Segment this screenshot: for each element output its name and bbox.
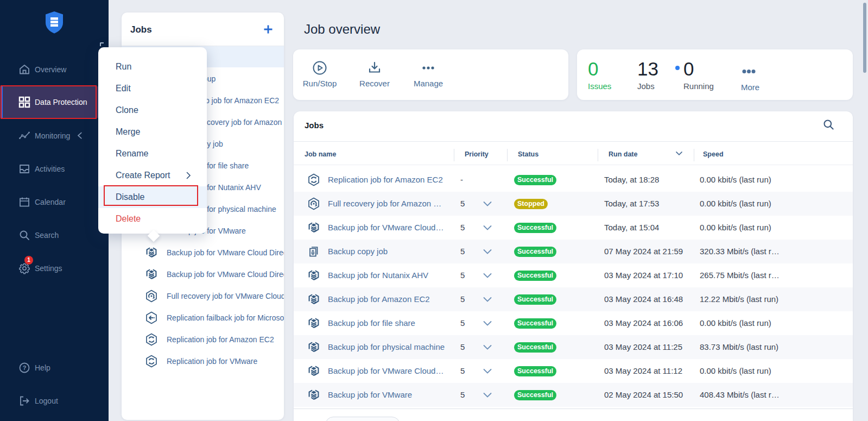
svg-text:?: ? bbox=[23, 365, 27, 371]
